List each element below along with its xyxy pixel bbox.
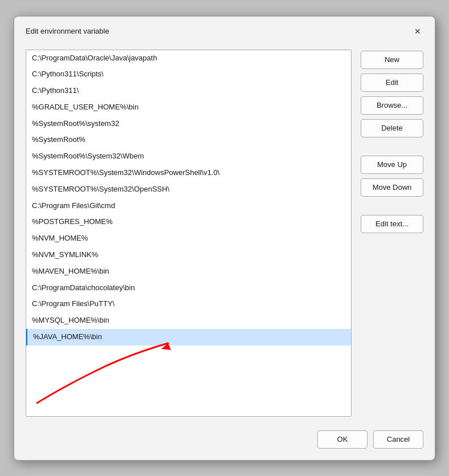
list-item[interactable]: C:\ProgramData\Oracle\Java\javapath <box>26 50 351 67</box>
edit-env-variable-dialog: Edit environment variable ✕ C:\ProgramDa… <box>14 16 435 461</box>
cancel-button[interactable]: Cancel <box>373 430 423 449</box>
button-spacer-2 <box>361 201 423 210</box>
browse-button[interactable]: Browse... <box>361 96 423 115</box>
edit-button[interactable]: Edit <box>361 74 423 92</box>
button-spacer <box>361 142 423 151</box>
edit-text-button[interactable]: Edit text... <box>361 215 423 233</box>
ok-button[interactable]: OK <box>317 430 368 449</box>
list-item[interactable]: %MYSQL_HOME%\bin <box>26 312 351 329</box>
dialog-title: Edit environment variable <box>26 27 109 35</box>
list-item[interactable]: %SystemRoot%\System32\Wbem <box>26 148 351 165</box>
list-item[interactable]: %SystemRoot% <box>26 132 351 148</box>
dialog-footer: OK Cancel <box>14 426 435 460</box>
move-up-button[interactable]: Move Up <box>361 156 423 174</box>
list-item[interactable]: %JAVA_HOME%\bin <box>26 329 351 345</box>
list-item[interactable]: C:\ProgramData\chocolatey\bin <box>26 280 351 296</box>
list-item[interactable]: %MAVEN_HOME%\bin <box>26 263 351 280</box>
list-item[interactable]: C:\Python311\Scripts\ <box>26 66 351 83</box>
action-buttons-panel: New Edit Browse... Delete Move Up Move D… <box>361 50 423 417</box>
title-bar: Edit environment variable ✕ <box>14 17 435 45</box>
delete-button[interactable]: Delete <box>361 119 423 137</box>
list-item[interactable]: %NVM_SYMLINK% <box>26 247 351 263</box>
list-item[interactable]: %SYSTEMROOT%\System32\OpenSSH\ <box>26 181 351 198</box>
dialog-body: C:\ProgramData\Oracle\Java\javapathC:\Py… <box>14 45 435 426</box>
list-item[interactable]: %NVM_HOME% <box>26 230 351 247</box>
list-item[interactable]: C:\Program Files\Git\cmd <box>26 198 351 214</box>
list-item[interactable]: %GRADLE_USER_HOME%\bin <box>26 99 351 116</box>
list-item[interactable]: %SystemRoot%\system32 <box>26 116 351 132</box>
list-item[interactable]: C:\Program Files\PuTTY\ <box>26 296 351 312</box>
env-variable-list[interactable]: C:\ProgramData\Oracle\Java\javapathC:\Py… <box>26 50 352 417</box>
new-button[interactable]: New <box>361 51 423 69</box>
close-button[interactable]: ✕ <box>410 23 426 39</box>
list-item[interactable]: %SYSTEMROOT%\System32\WindowsPowerShell\… <box>26 165 351 181</box>
list-item[interactable]: C:\Python311\ <box>26 83 351 99</box>
move-down-button[interactable]: Move Down <box>361 178 423 197</box>
list-item[interactable]: %POSTGRES_HOME% <box>26 214 351 230</box>
